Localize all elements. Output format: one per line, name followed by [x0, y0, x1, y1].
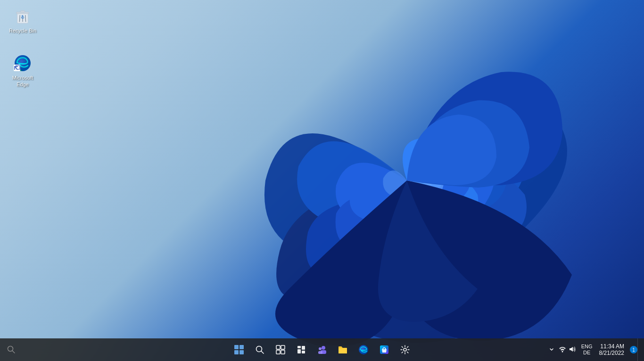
svg-rect-10	[234, 345, 239, 349]
svg-rect-26	[318, 351, 322, 354]
settings-button[interactable]	[396, 340, 414, 359]
svg-point-25	[319, 347, 322, 350]
clock-time: 11:34 AM	[600, 343, 624, 350]
taskbar-right: ENG DE 11:34 AM 8/21/2022 1	[547, 338, 644, 361]
tray-icons-section[interactable]	[556, 338, 578, 361]
svg-rect-15	[276, 345, 280, 349]
svg-rect-20	[302, 346, 305, 350]
svg-line-1	[19, 15, 20, 22]
edge-icon	[13, 54, 32, 73]
svg-rect-19	[297, 346, 301, 348]
svg-rect-18	[281, 350, 285, 354]
file-explorer-button[interactable]	[333, 340, 352, 359]
task-view-button[interactable]	[271, 340, 290, 359]
show-desktop-button[interactable]	[637, 338, 640, 361]
svg-rect-16	[281, 345, 285, 349]
taskbar-left	[0, 340, 38, 359]
desktop-icon-edge[interactable]: Microsoft Edge	[4, 52, 41, 90]
desktop-icon-recycle-bin[interactable]: ♻ Recycle Bin	[4, 5, 41, 36]
taskbar: ENG DE 11:34 AM 8/21/2022 1	[0, 338, 644, 361]
tray-icons-group	[559, 345, 576, 354]
svg-text:♻: ♻	[21, 15, 25, 20]
system-tray: ENG DE 11:34 AM 8/21/2022 1	[547, 338, 640, 361]
language-section[interactable]: ENG DE	[578, 338, 595, 361]
svg-rect-11	[239, 345, 244, 349]
taskbar-search-button[interactable]	[250, 340, 269, 359]
start-button[interactable]	[230, 340, 248, 359]
svg-rect-12	[234, 350, 239, 354]
svg-rect-13	[239, 350, 244, 354]
recycle-bin-icon: ♻	[13, 7, 32, 25]
edge-label: Microsoft Edge	[6, 74, 40, 88]
edge-taskbar-button[interactable]	[354, 340, 373, 359]
lang-primary: ENG	[581, 344, 593, 350]
svg-rect-21	[297, 349, 301, 353]
notification-badge[interactable]: 1	[630, 346, 637, 353]
svg-point-30	[561, 351, 563, 352]
recycle-bin-label: Recycle Bin	[9, 27, 36, 34]
svg-line-3	[25, 15, 26, 22]
svg-rect-17	[276, 350, 280, 354]
svg-point-23	[322, 346, 325, 350]
taskbar-center	[230, 340, 414, 359]
clock-section[interactable]: 11:34 AM 8/21/2022	[595, 338, 628, 361]
taskbar-search-hint[interactable]	[4, 340, 19, 359]
svg-point-29	[404, 348, 406, 351]
wallpaper-bloom	[195, 16, 619, 345]
svg-rect-5	[20, 11, 25, 13]
clock-date: 8/21/2022	[599, 350, 624, 356]
network-icon	[559, 345, 566, 354]
svg-rect-22	[302, 351, 305, 353]
widgets-button[interactable]	[292, 340, 311, 359]
volume-icon	[568, 345, 576, 354]
lang-secondary: DE	[583, 350, 590, 356]
desktop: ♻ Recycle Bin	[0, 0, 644, 361]
tray-overflow-button[interactable]	[547, 347, 556, 353]
teams-button[interactable]	[313, 340, 331, 359]
store-button[interactable]	[375, 340, 394, 359]
